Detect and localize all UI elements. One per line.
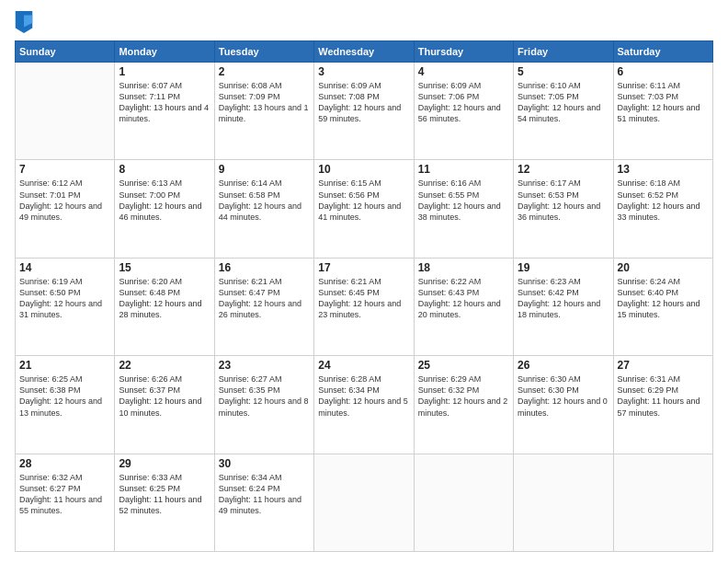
calendar-cell: 14Sunrise: 6:19 AMSunset: 6:50 PMDayligh… — [16, 258, 115, 355]
day-info: Sunrise: 6:23 AMSunset: 6:42 PMDaylight:… — [518, 276, 609, 321]
day-number: 18 — [418, 261, 509, 274]
day-number: 16 — [219, 261, 310, 274]
calendar-cell: 11Sunrise: 6:16 AMSunset: 6:55 PMDayligh… — [414, 160, 513, 258]
weekday-header-wednesday: Wednesday — [314, 41, 414, 63]
day-number: 15 — [119, 261, 210, 274]
calendar-cell: 26Sunrise: 6:30 AMSunset: 6:30 PMDayligh… — [514, 356, 613, 454]
day-number: 21 — [19, 359, 110, 372]
day-info: Sunrise: 6:12 AMSunset: 7:01 PMDaylight:… — [19, 178, 110, 223]
day-info: Sunrise: 6:34 AMSunset: 6:24 PMDaylight:… — [219, 472, 310, 517]
day-number: 20 — [618, 261, 709, 274]
calendar-cell: 21Sunrise: 6:25 AMSunset: 6:38 PMDayligh… — [16, 356, 115, 454]
calendar-cell — [414, 454, 513, 551]
weekday-header-saturday: Saturday — [613, 41, 712, 63]
page: SundayMondayTuesdayWednesdayThursdayFrid… — [0, 0, 728, 563]
day-info: Sunrise: 6:11 AMSunset: 7:03 PMDaylight:… — [618, 80, 709, 125]
weekday-header-monday: Monday — [115, 41, 214, 63]
day-number: 29 — [119, 457, 210, 470]
calendar-cell: 7Sunrise: 6:12 AMSunset: 7:01 PMDaylight… — [16, 160, 115, 258]
calendar-cell: 13Sunrise: 6:18 AMSunset: 6:52 PMDayligh… — [613, 160, 712, 258]
calendar-cell: 22Sunrise: 6:26 AMSunset: 6:37 PMDayligh… — [115, 356, 214, 454]
calendar-cell: 23Sunrise: 6:27 AMSunset: 6:35 PMDayligh… — [214, 356, 313, 454]
calendar-table: SundayMondayTuesdayWednesdayThursdayFrid… — [15, 40, 713, 552]
calendar-cell: 16Sunrise: 6:21 AMSunset: 6:47 PMDayligh… — [214, 258, 313, 355]
calendar-cell: 30Sunrise: 6:34 AMSunset: 6:24 PMDayligh… — [214, 454, 313, 551]
day-number: 9 — [219, 163, 310, 176]
day-info: Sunrise: 6:22 AMSunset: 6:43 PMDaylight:… — [418, 276, 509, 321]
calendar-cell — [314, 454, 414, 551]
calendar-cell: 17Sunrise: 6:21 AMSunset: 6:45 PMDayligh… — [314, 258, 414, 355]
day-number: 10 — [318, 163, 409, 176]
day-number: 30 — [219, 457, 310, 470]
day-info: Sunrise: 6:33 AMSunset: 6:25 PMDaylight:… — [119, 472, 210, 517]
day-info: Sunrise: 6:10 AMSunset: 7:05 PMDaylight:… — [518, 80, 609, 125]
day-number: 5 — [518, 65, 609, 78]
day-number: 26 — [518, 359, 609, 372]
day-number: 28 — [19, 457, 110, 470]
calendar-cell: 8Sunrise: 6:13 AMSunset: 7:00 PMDaylight… — [115, 160, 214, 258]
weekday-header-sunday: Sunday — [16, 41, 115, 63]
calendar-cell: 1Sunrise: 6:07 AMSunset: 7:11 PMDaylight… — [115, 63, 214, 160]
calendar-cell: 24Sunrise: 6:28 AMSunset: 6:34 PMDayligh… — [314, 356, 414, 454]
day-info: Sunrise: 6:07 AMSunset: 7:11 PMDaylight:… — [119, 80, 210, 125]
day-number: 11 — [418, 163, 509, 176]
calendar-cell: 9Sunrise: 6:14 AMSunset: 6:58 PMDaylight… — [214, 160, 313, 258]
calendar-cell: 4Sunrise: 6:09 AMSunset: 7:06 PMDaylight… — [414, 63, 513, 160]
calendar-cell: 2Sunrise: 6:08 AMSunset: 7:09 PMDaylight… — [214, 63, 313, 160]
calendar-cell: 20Sunrise: 6:24 AMSunset: 6:40 PMDayligh… — [613, 258, 712, 355]
calendar-cell: 15Sunrise: 6:20 AMSunset: 6:48 PMDayligh… — [115, 258, 214, 355]
day-info: Sunrise: 6:18 AMSunset: 6:52 PMDaylight:… — [618, 178, 709, 223]
day-number: 2 — [219, 65, 310, 78]
day-info: Sunrise: 6:20 AMSunset: 6:48 PMDaylight:… — [119, 276, 210, 321]
logo — [15, 11, 37, 33]
calendar-cell: 19Sunrise: 6:23 AMSunset: 6:42 PMDayligh… — [514, 258, 613, 355]
day-number: 8 — [119, 163, 210, 176]
day-info: Sunrise: 6:21 AMSunset: 6:45 PMDaylight:… — [318, 276, 409, 321]
day-info: Sunrise: 6:21 AMSunset: 6:47 PMDaylight:… — [219, 276, 310, 321]
day-number: 12 — [518, 163, 609, 176]
logo-icon — [15, 11, 33, 33]
day-number: 1 — [119, 65, 210, 78]
calendar-cell: 27Sunrise: 6:31 AMSunset: 6:29 PMDayligh… — [613, 356, 712, 454]
calendar-cell: 25Sunrise: 6:29 AMSunset: 6:32 PMDayligh… — [414, 356, 513, 454]
calendar-cell — [613, 454, 712, 551]
calendar-cell: 18Sunrise: 6:22 AMSunset: 6:43 PMDayligh… — [414, 258, 513, 355]
week-row-3: 14Sunrise: 6:19 AMSunset: 6:50 PMDayligh… — [16, 258, 713, 355]
calendar-cell: 5Sunrise: 6:10 AMSunset: 7:05 PMDaylight… — [514, 63, 613, 160]
calendar-cell — [16, 63, 115, 160]
week-row-4: 21Sunrise: 6:25 AMSunset: 6:38 PMDayligh… — [16, 356, 713, 454]
week-row-2: 7Sunrise: 6:12 AMSunset: 7:01 PMDaylight… — [16, 160, 713, 258]
calendar-cell: 28Sunrise: 6:32 AMSunset: 6:27 PMDayligh… — [16, 454, 115, 551]
day-info: Sunrise: 6:09 AMSunset: 7:06 PMDaylight:… — [418, 80, 509, 125]
day-number: 24 — [318, 359, 409, 372]
calendar-cell: 6Sunrise: 6:11 AMSunset: 7:03 PMDaylight… — [613, 63, 712, 160]
day-info: Sunrise: 6:15 AMSunset: 6:56 PMDaylight:… — [318, 178, 409, 223]
calendar-cell: 10Sunrise: 6:15 AMSunset: 6:56 PMDayligh… — [314, 160, 414, 258]
week-row-1: 1Sunrise: 6:07 AMSunset: 7:11 PMDaylight… — [16, 63, 713, 160]
day-info: Sunrise: 6:17 AMSunset: 6:53 PMDaylight:… — [518, 178, 609, 223]
day-number: 7 — [19, 163, 110, 176]
day-number: 3 — [318, 65, 409, 78]
weekday-header-row: SundayMondayTuesdayWednesdayThursdayFrid… — [16, 41, 713, 63]
day-number: 17 — [318, 261, 409, 274]
calendar-cell: 12Sunrise: 6:17 AMSunset: 6:53 PMDayligh… — [514, 160, 613, 258]
day-number: 22 — [119, 359, 210, 372]
day-info: Sunrise: 6:28 AMSunset: 6:34 PMDaylight:… — [318, 373, 409, 419]
day-info: Sunrise: 6:19 AMSunset: 6:50 PMDaylight:… — [19, 276, 110, 321]
day-info: Sunrise: 6:13 AMSunset: 7:00 PMDaylight:… — [119, 178, 210, 223]
day-number: 4 — [418, 65, 509, 78]
day-number: 13 — [618, 163, 709, 176]
weekday-header-friday: Friday — [514, 41, 613, 63]
day-number: 14 — [19, 261, 110, 274]
day-info: Sunrise: 6:27 AMSunset: 6:35 PMDaylight:… — [219, 373, 310, 419]
weekday-header-thursday: Thursday — [414, 41, 513, 63]
day-number: 27 — [618, 359, 709, 372]
day-info: Sunrise: 6:09 AMSunset: 7:08 PMDaylight:… — [318, 80, 409, 125]
day-info: Sunrise: 6:30 AMSunset: 6:30 PMDaylight:… — [518, 373, 609, 419]
day-info: Sunrise: 6:32 AMSunset: 6:27 PMDaylight:… — [19, 472, 110, 517]
day-info: Sunrise: 6:29 AMSunset: 6:32 PMDaylight:… — [418, 373, 509, 419]
day-number: 23 — [219, 359, 310, 372]
header — [15, 11, 713, 33]
day-info: Sunrise: 6:16 AMSunset: 6:55 PMDaylight:… — [418, 178, 509, 223]
day-info: Sunrise: 6:08 AMSunset: 7:09 PMDaylight:… — [219, 80, 310, 125]
